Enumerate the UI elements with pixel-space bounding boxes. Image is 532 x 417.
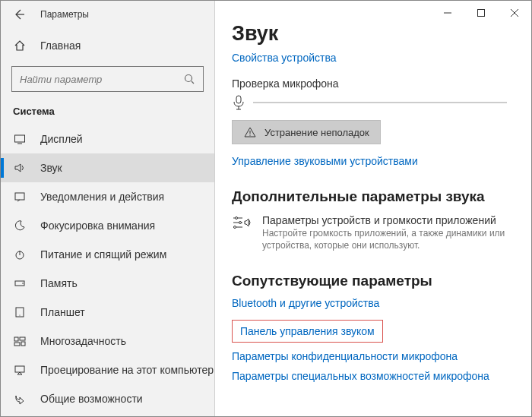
device-properties-link[interactable]: Свойства устройства: [232, 52, 515, 64]
nav-item-storage[interactable]: Память: [1, 269, 214, 298]
mic-access-link[interactable]: Параметры специальных возможностей микро…: [232, 370, 515, 382]
sound-panel-highlight: Панель управления звуком: [232, 320, 383, 343]
microphone-icon: [232, 96, 245, 109]
nav-label: Звук: [40, 162, 62, 174]
nav-item-tablet[interactable]: Планшет: [1, 298, 214, 327]
svg-point-0: [185, 75, 192, 82]
nav-item-display[interactable]: Дисплей: [1, 125, 214, 153]
bluetooth-link[interactable]: Bluetooth и другие устройства: [232, 297, 515, 309]
troubleshoot-button[interactable]: Устранение неполадок: [232, 120, 381, 144]
mic-test-label: Проверка микрофона: [232, 77, 515, 90]
shared-icon: [13, 392, 27, 406]
svg-rect-10: [14, 343, 20, 346]
nav-label: Питание и спящий режим: [40, 248, 166, 261]
svg-rect-14: [236, 96, 241, 103]
content: Звук Свойства устройства Проверка микроф…: [215, 1, 531, 382]
nav-label: Уведомления и действия: [40, 191, 164, 203]
svg-rect-12: [15, 366, 24, 372]
manage-devices-link[interactable]: Управление звуковыми устройствами: [232, 155, 515, 167]
nav-item-notifications[interactable]: Уведомления и действия: [1, 182, 214, 211]
display-icon: [13, 132, 27, 146]
search-icon: [183, 73, 195, 85]
svg-rect-8: [14, 337, 18, 341]
app-title: Параметры: [40, 9, 89, 20]
projecting-icon: [13, 363, 27, 377]
troubleshoot-label: Устранение неполадок: [264, 127, 369, 138]
nav-label: Память: [40, 277, 78, 289]
titlebar: Параметры: [1, 1, 214, 28]
app-volume-row[interactable]: Параметры устройств и громкости приложен…: [232, 214, 515, 251]
sound-panel-link[interactable]: Панель управления звуком: [240, 325, 375, 337]
nav-item-sound[interactable]: Звук: [1, 153, 214, 182]
nav-label: Общие возможности: [40, 393, 143, 405]
svg-point-5: [22, 283, 24, 284]
app-volume-desc: Настройте громкость приложений, а также …: [262, 228, 515, 251]
storage-icon: [13, 276, 27, 290]
multitask-icon: [13, 334, 27, 348]
svg-point-18: [234, 226, 236, 229]
nav-list: Дисплей Звук Уведомления и действия Фоку…: [1, 125, 214, 413]
home-label: Главная: [40, 39, 81, 52]
home-icon: [13, 39, 27, 52]
minimize-button[interactable]: [431, 1, 464, 25]
notifications-icon: [13, 190, 27, 204]
svg-point-15: [249, 134, 250, 135]
nav-label: Планшет: [40, 306, 85, 318]
svg-point-16: [236, 217, 238, 220]
sliders-icon: [232, 214, 252, 231]
nav-label: Фокусировка внимания: [40, 220, 155, 232]
back-button[interactable]: [7, 2, 31, 27]
nav-item-shared[interactable]: Общие возможности: [1, 384, 214, 413]
search-box[interactable]: [11, 66, 204, 92]
warning-icon: [243, 125, 257, 139]
nav-label: Многозадачность: [40, 335, 126, 347]
svg-rect-11: [21, 342, 25, 346]
related-heading: Сопутствующие параметры: [232, 273, 515, 289]
svg-rect-2: [15, 193, 24, 200]
nav-item-power[interactable]: Питание и спящий режим: [1, 240, 214, 269]
maximize-button[interactable]: [464, 1, 498, 25]
svg-rect-13: [478, 10, 485, 17]
advanced-heading: Дополнительные параметры звука: [232, 188, 515, 205]
search-input[interactable]: [20, 74, 183, 85]
section-title: Система: [1, 101, 214, 125]
close-button[interactable]: [498, 1, 531, 25]
mic-privacy-link[interactable]: Параметры конфиденциальности микрофона: [232, 350, 515, 362]
power-icon: [13, 248, 27, 261]
mic-level-slider[interactable]: [253, 102, 507, 103]
nav-item-multitask[interactable]: Многозадачность: [1, 327, 214, 355]
sound-icon: [13, 161, 27, 175]
svg-rect-9: [20, 337, 25, 340]
arrow-left-icon: [12, 8, 26, 21]
app-volume-title: Параметры устройств и громкости приложен…: [262, 214, 515, 226]
home-link[interactable]: Главная: [1, 31, 214, 60]
svg-rect-1: [15, 135, 25, 142]
nav-label: Проецирование на этот компьютер: [40, 364, 214, 376]
app-volume-text: Параметры устройств и громкости приложен…: [262, 214, 515, 251]
nav-item-projecting[interactable]: Проецирование на этот компьютер: [1, 355, 214, 384]
window-controls: [431, 1, 531, 25]
svg-point-17: [239, 222, 242, 224]
nav-label: Дисплей: [40, 133, 83, 145]
sidebar: Параметры Главная Система Дисплей Звук У…: [1, 1, 215, 416]
tablet-icon: [13, 305, 27, 319]
related-links: Bluetooth и другие устройства Панель упр…: [232, 297, 515, 382]
page-heading: Звук: [232, 22, 515, 46]
mic-test-row: [232, 96, 515, 109]
svg-point-7: [19, 314, 20, 315]
moon-icon: [13, 219, 27, 232]
nav-item-focus[interactable]: Фокусировка внимания: [1, 211, 214, 240]
main-panel: Звук Свойства устройства Проверка микроф…: [215, 1, 531, 416]
